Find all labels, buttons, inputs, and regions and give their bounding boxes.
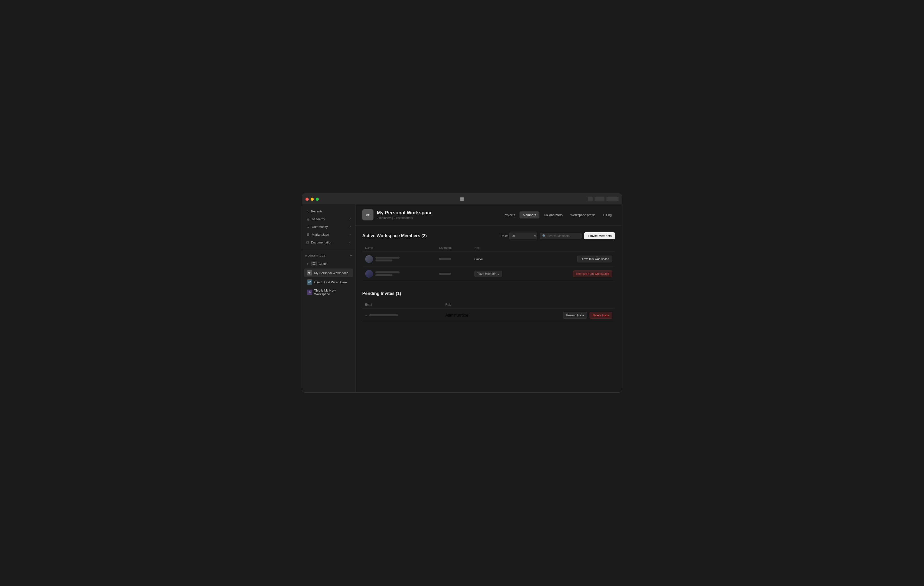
close-button[interactable]: [305, 198, 309, 201]
col-name: Name: [362, 244, 436, 252]
placeholder-bar: [375, 271, 399, 273]
search-members-input[interactable]: [548, 234, 579, 238]
invite-role: Administrator: [446, 313, 468, 317]
chevron-right-icon: ▶: [307, 262, 309, 265]
workspace-item-client-first[interactable]: CF Client: First Wired Bank: [304, 278, 353, 286]
pending-email: +: [365, 313, 440, 317]
workspace-avatar-my-personal: MP: [307, 270, 312, 275]
member-username-cell: [436, 252, 472, 267]
titlebar-right: [588, 197, 619, 201]
sidebar-item-marketplace[interactable]: ⊞ Marketplace ↗: [304, 231, 353, 238]
col-role: Role: [442, 301, 502, 308]
member-role-cell: Owner: [472, 252, 533, 267]
pending-invites-table: Email Role +: [362, 301, 615, 322]
col-username: Username: [436, 244, 472, 252]
community-icon: ⊕: [307, 225, 309, 228]
sidebar-item-documentation[interactable]: □ Documentation ↗: [304, 238, 353, 246]
avatar: [365, 255, 373, 263]
header-tabs: Projects Members Collaborators Workspace…: [500, 212, 615, 219]
titlebar-user-avatar: [588, 197, 593, 201]
add-workspace-button[interactable]: +: [350, 254, 352, 258]
placeholder-bar: [375, 260, 393, 262]
workspace-meta: 2 members | 0 collaborators: [377, 216, 432, 220]
minimize-button[interactable]: [310, 198, 314, 201]
tab-projects[interactable]: Projects: [500, 212, 518, 219]
workspace-name: My Personal Workspace: [377, 210, 432, 215]
main-content: MP My Personal Workspace 2 members | 0 c…: [355, 204, 622, 392]
tab-collaborators[interactable]: Collaborators: [540, 212, 566, 219]
username-placeholder: [439, 258, 451, 260]
invite-email-cell: +: [362, 308, 442, 322]
pending-invites-section: Pending Invites (1) Email Role: [362, 291, 615, 322]
remove-from-workspace-button[interactable]: Remove from Workspace: [573, 270, 612, 277]
external-link-icon-docs: ↗: [349, 241, 351, 244]
member-role-cell: Team Member ⌄: [472, 267, 533, 281]
table-row: Owner Leave this Workspace: [362, 252, 615, 267]
member-name-cell: [362, 252, 436, 267]
tab-billing[interactable]: Billing: [600, 212, 615, 219]
sidebar-nav: ⌂ Recents ◎ Academy ↗ ⊕ Community ↗ ⊞ Ma…: [302, 207, 355, 246]
chevron-down-icon: ⌄: [497, 272, 499, 275]
member-action-cell: Remove from Workspace: [533, 267, 615, 281]
avatar: [365, 270, 373, 278]
role-filter: Role: all Owner Team Member Administrato…: [501, 233, 537, 239]
sidebar: ⌂ Recents ◎ Academy ↗ ⊕ Community ↗ ⊞ Ma…: [302, 204, 355, 392]
external-link-icon-marketplace: ↗: [349, 233, 351, 236]
workspaces-header: Workspaces +: [302, 252, 355, 259]
page-content: Active Workspace Members (2) Role: all O…: [355, 225, 622, 392]
external-link-icon: ↗: [349, 217, 351, 221]
tab-workspace-profile[interactable]: Workspace profile: [567, 212, 599, 219]
traffic-lights: [305, 198, 319, 201]
workspace-avatar-this-is-new: TI: [307, 290, 312, 295]
workspace-item-clutch[interactable]: ▶ Clutch: [304, 259, 353, 268]
col-actions: [533, 244, 615, 252]
tab-members[interactable]: Members: [520, 212, 540, 219]
titlebar-btn-1[interactable]: [595, 197, 604, 201]
member-username-cell: [436, 267, 472, 281]
active-members-header: Active Workspace Members (2) Role: all O…: [362, 232, 615, 239]
role-select[interactable]: all Owner Team Member Administrator: [509, 233, 537, 239]
workspace-avatar-client-first: CF: [307, 280, 312, 285]
workspace-item-this-is-new[interactable]: TI This is My New Workspace: [304, 287, 353, 298]
resend-invite-button[interactable]: Resend Invite: [563, 312, 587, 319]
member-name-placeholder: [375, 257, 399, 262]
team-member-role-badge[interactable]: Team Member ⌄: [474, 271, 502, 277]
sidebar-item-community[interactable]: ⊕ Community ↗: [304, 223, 353, 231]
workspace-avatar-clutch: [311, 261, 317, 266]
external-link-icon-community: ↗: [349, 225, 351, 228]
workspace-header-left: MP My Personal Workspace 2 members | 0 c…: [362, 209, 432, 220]
invite-members-button[interactable]: + Invite Members: [584, 232, 615, 239]
username-placeholder: [439, 273, 451, 275]
sidebar-item-recents[interactable]: ⌂ Recents: [304, 207, 353, 215]
workspace-header: MP My Personal Workspace 2 members | 0 c…: [355, 204, 622, 225]
member-name-cell: [362, 267, 436, 281]
col-actions: [502, 301, 615, 308]
members-table: Name Username Role: [362, 244, 615, 281]
workspace-info: My Personal Workspace 2 members | 0 coll…: [377, 210, 432, 220]
col-email: Email: [362, 301, 442, 308]
placeholder-bar: [375, 257, 399, 258]
member-info: [365, 255, 433, 263]
sidebar-item-academy[interactable]: ◎ Academy ↗: [304, 215, 353, 223]
role-badge: Owner: [474, 258, 483, 261]
pending-invites-title: Pending Invites (1): [362, 291, 615, 296]
member-action-cell: Leave this Workspace: [533, 252, 615, 267]
members-table-header: Name Username Role: [362, 244, 615, 252]
maximize-button[interactable]: [316, 198, 319, 201]
app-icon: [460, 197, 464, 201]
workspace-item-my-personal[interactable]: MP My Personal Workspace: [304, 268, 353, 277]
docs-icon: □: [307, 240, 309, 244]
workspace-logo: MP: [362, 209, 373, 220]
leave-workspace-button[interactable]: Leave this Workspace: [577, 256, 612, 262]
delete-invite-button[interactable]: Delete Invite: [590, 312, 612, 319]
titlebar-btn-2[interactable]: [606, 197, 619, 201]
home-icon: ⌂: [307, 209, 309, 213]
col-role: Role: [472, 244, 533, 252]
titlebar: [302, 194, 622, 204]
pending-table-header: Email Role: [362, 301, 615, 308]
member-info: [365, 270, 433, 278]
section-controls: Role: all Owner Team Member Administrato…: [501, 232, 615, 239]
active-members-title: Active Workspace Members (2): [362, 233, 427, 238]
marketplace-icon: ⊞: [307, 233, 309, 237]
app-window: ⌂ Recents ◎ Academy ↗ ⊕ Community ↗ ⊞ Ma…: [302, 194, 622, 392]
